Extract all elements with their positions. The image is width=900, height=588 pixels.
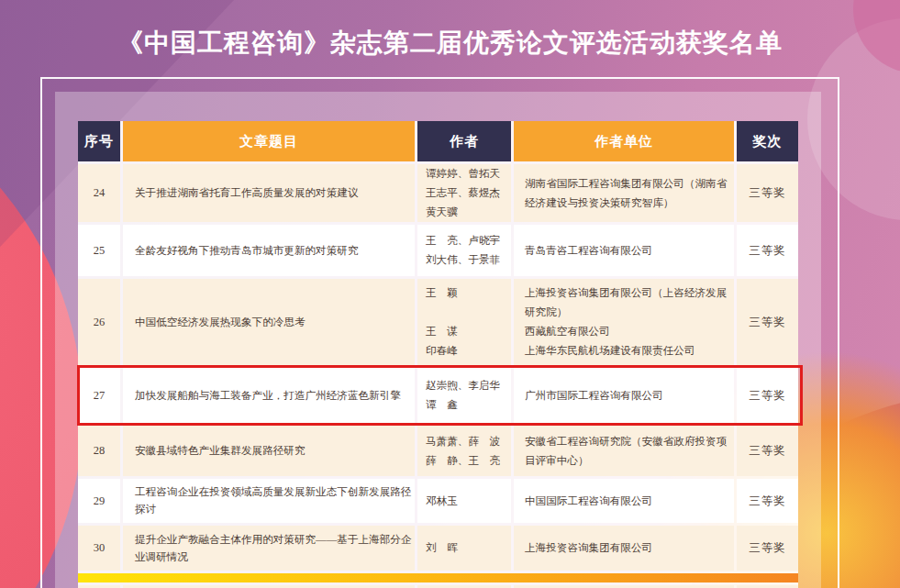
cell-award: 三等奖 <box>737 526 798 571</box>
cell-unit: 青岛青咨工程咨询有限公司 <box>514 225 734 276</box>
cell-no: 30 <box>78 526 120 571</box>
cell-unit: 湖南省国际工程咨询集团有限公司（湖南省 经济建设与投资决策研究智库） <box>514 164 734 222</box>
cell-title: 工程咨询企业在投资领域高质量发展新业态下创新发展路径 探讨 <box>123 479 415 523</box>
cell-unit: 安徽省工程咨询研究院（安徽省政府投资项 目评审中心） <box>514 426 734 476</box>
table-row: 28 安徽县域特色产业集群发展路径研究 马萧萧、薛 波 薛 静、王 亮 安徽省工… <box>78 426 798 476</box>
cell-no: 24 <box>78 164 120 222</box>
cell-no: 26 <box>78 279 120 365</box>
cell-authors: 王 亮、卢晓宇 刘大伟、于景菲 <box>417 225 511 276</box>
cell-award: 三等奖 <box>737 368 798 423</box>
cell-title: 中国低空经济发展热现象下的冷思考 <box>123 279 415 365</box>
awards-table: 序号 文章题目 作者 作者单位 奖次 24 关于推进湖南省托育工作高质量发展的对… <box>78 121 798 588</box>
cell-unit: 上海投资咨询集团有限公司 <box>514 526 734 571</box>
col-header-unit: 作者单位 <box>514 121 734 161</box>
table-row: 25 全龄友好视角下推动青岛市城市更新的对策研究 王 亮、卢晓宇 刘大伟、于景菲… <box>78 225 798 276</box>
table-row: 24 关于推进湖南省托育工作高质量发展的对策建议 谭婷婷、曾拓天 王志平、蔡煜杰… <box>78 164 798 222</box>
cell-award: 三等奖 <box>737 279 798 365</box>
page-title: 《中国工程咨询》杂志第二届优秀论文评选活动获奖名单 <box>0 26 900 61</box>
table-row: 30 提升企业产教融合主体作用的对策研究——基于上海部分企 业调研情况 刘 晖 … <box>78 526 798 571</box>
cell-award: 三等奖 <box>737 479 798 523</box>
cell-unit: 广州市国际工程咨询有限公司 <box>514 368 734 423</box>
cell-authors: 刘 晖 <box>417 526 511 571</box>
cell-title: 提升企业产教融合主体作用的对策研究——基于上海部分企 业调研情况 <box>123 526 415 571</box>
table-row: 29 工程咨询企业在投资领域高质量发展新业态下创新发展路径 探讨 邓林玉 中国国… <box>78 479 798 523</box>
cell-authors: 邓林玉 <box>417 479 511 523</box>
cell-authors: 王 颖 王 谋 印春峰 <box>417 279 511 365</box>
cell-no: 28 <box>78 426 120 476</box>
cell-authors: 马萧萧、薛 波 薛 静、王 亮 <box>417 426 511 476</box>
cell-award: 三等奖 <box>737 225 798 276</box>
cell-no: 25 <box>78 225 120 276</box>
cell-no: 29 <box>78 479 120 523</box>
cell-award: 三等奖 <box>737 164 798 222</box>
cell-authors: 谭婷婷、曾拓天 王志平、蔡煜杰 黄天骥 <box>417 164 511 222</box>
cell-unit: 中国国际工程咨询有限公司 <box>514 479 734 523</box>
table-row: 27 加快发展船舶与海工装备产业，打造广州经济蓝色新引擎 赵崇煦、李启华 谭 鑫… <box>78 368 798 423</box>
cell-unit: 上海投资咨询集团有限公司（上咨经济发展 研究院） 西藏航空有限公司 上海华东民航… <box>514 279 734 365</box>
bottom-gradient-bar <box>78 573 798 582</box>
table-header: 序号 文章题目 作者 作者单位 奖次 <box>78 121 798 161</box>
cell-title: 全龄友好视角下推动青岛市城市更新的对策研究 <box>123 225 415 276</box>
col-header-award: 奖次 <box>737 121 798 161</box>
cell-title: 关于推进湖南省托育工作高质量发展的对策建议 <box>123 164 415 222</box>
col-header-title: 文章题目 <box>123 121 415 161</box>
cell-authors: 赵崇煦、李启华 谭 鑫 <box>417 368 511 423</box>
page-canvas: 《中国工程咨询》杂志第二届优秀论文评选活动获奖名单 序号 文章题目 作者 作者单… <box>0 0 900 588</box>
cell-title: 加快发展船舶与海工装备产业，打造广州经济蓝色新引擎 <box>123 368 415 423</box>
col-header-authors: 作者 <box>417 121 511 161</box>
col-header-no: 序号 <box>78 121 120 161</box>
cell-title: 安徽县域特色产业集群发展路径研究 <box>123 426 415 476</box>
table-row: 26 中国低空经济发展热现象下的冷思考 王 颖 王 谋 印春峰 上海投资咨询集团… <box>78 279 798 365</box>
cell-award: 三等奖 <box>737 426 798 476</box>
cell-no: 27 <box>78 368 120 423</box>
